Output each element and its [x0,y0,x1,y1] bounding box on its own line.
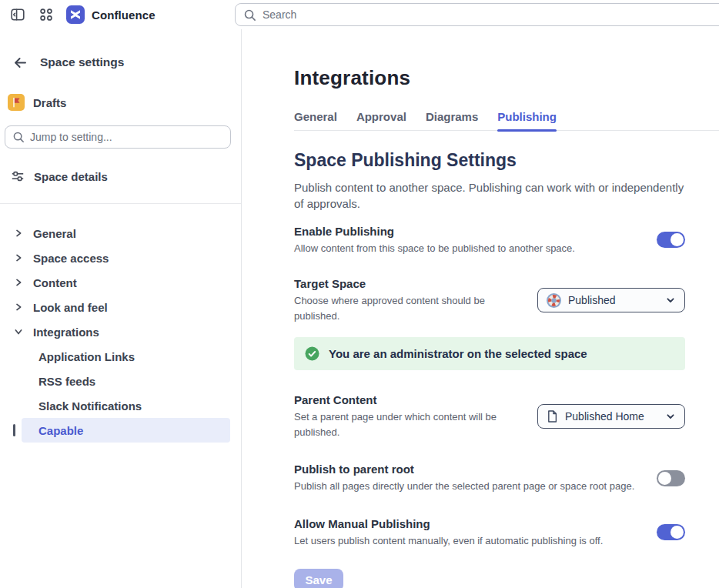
back-arrow-icon [13,55,28,70]
app-grid-icon [38,7,54,22]
page-icon [547,409,558,423]
enable-publishing-label: Enable Publishing [294,225,575,238]
chevron-right-icon [14,253,23,262]
sidebar-collapse-icon [10,7,25,22]
setting-row-parent-content: Parent Content Set a parent page under w… [294,393,685,439]
chevron-down-icon [14,327,23,336]
search-input[interactable] [263,8,719,21]
search-icon [12,131,25,143]
chevron-right-icon [14,278,23,287]
settings-nav: General Space access Content Look and fe… [0,221,241,443]
nav-label: Content [33,276,77,289]
section-intro: Publish content to another space. Publis… [294,179,685,212]
allow-manual-publishing-toggle[interactable] [657,524,685,540]
publish-to-parent-root-toggle[interactable] [657,470,685,486]
search-icon [243,8,256,22]
enable-publishing-toggle[interactable] [657,232,685,248]
sidebar-item-space-access[interactable]: Space access [0,246,241,270]
drafts-space-icon [8,94,25,111]
tab-diagrams[interactable]: Diagrams [426,110,478,130]
allow-manual-publishing-label: Allow Manual Publishing [294,517,603,530]
nav-label: Application Links [38,350,135,363]
space-identity[interactable]: Drafts [0,71,241,111]
target-space-label: Target Space [294,277,522,290]
chevron-right-icon [14,302,23,312]
lifebuoy-space-icon [547,293,561,308]
back-button[interactable] [12,54,28,71]
tab-approval[interactable]: Approval [356,110,406,130]
sidebar-collapse-button[interactable] [9,6,26,23]
sliders-icon [10,169,25,184]
target-space-description: Choose where approved content should be … [294,293,522,323]
space-settings-header: Space settings [0,29,241,71]
sidebar-item-general[interactable]: General [0,221,241,246]
space-details-label: Space details [34,170,108,183]
tab-publishing[interactable]: Publishing [497,110,557,130]
nav-label: Capable [38,424,83,437]
tab-general[interactable]: General [294,110,337,130]
sidebar-item-slack-notifications[interactable]: Slack Notifications [0,393,241,418]
parent-content-dropdown[interactable]: Published Home [537,404,685,429]
sidebar-item-content[interactable]: Content [0,270,241,295]
app-switcher-button[interactable] [38,6,55,23]
parent-content-label: Parent Content [294,393,522,406]
admin-success-banner: You are an administrator on the selected… [294,337,685,370]
nav-label: RSS feeds [38,375,95,388]
publish-to-parent-root-description: Publish all pages directly under the sel… [294,479,634,494]
page-title: Integrations [294,66,685,90]
setting-row-publish-to-parent-root: Publish to parent root Publish all pages… [294,463,685,494]
parent-content-description: Set a parent page under which content wi… [294,409,522,439]
sidebar-item-application-links[interactable]: Application Links [0,344,241,369]
jump-to-setting-search[interactable] [5,125,231,149]
setting-row-allow-manual-publishing: Allow Manual Publishing Let users publis… [294,517,685,549]
save-button[interactable]: Save [294,569,343,588]
admin-banner-text: You are an administrator on the selected… [329,347,587,360]
main-panel: Integrations General Approval Diagrams P… [242,29,719,588]
parent-content-value: Published Home [565,410,658,423]
confluence-logo[interactable] [66,5,85,24]
sidebar-item-look-and-feel[interactable]: Look and feel [0,295,241,319]
setting-row-target-space: Target Space Choose where approved conte… [294,277,685,323]
tabs-bar: General Approval Diagrams Publishing [294,110,719,131]
app-name: Confluence [92,8,156,22]
nav-label: Integrations [33,326,99,339]
check-circle-icon [305,346,319,361]
sidebar: Space settings Drafts Space details Gene… [0,29,242,588]
global-search[interactable] [235,3,719,26]
sidebar-item-integrations[interactable]: Integrations [0,319,241,344]
target-space-value: Published [568,294,658,306]
chevron-down-icon [665,295,676,306]
sidebar-item-capable[interactable]: Capable [22,418,230,443]
sidebar-item-space-details[interactable]: Space details [0,149,241,184]
allow-manual-publishing-description: Let users publish content manually, even… [294,533,603,549]
nav-label: Space access [33,252,109,265]
setting-row-enable-publishing: Enable Publishing Allow content from thi… [294,225,685,256]
target-space-dropdown[interactable]: Published [537,288,685,312]
sidebar-divider [0,203,241,204]
nav-label: General [33,227,76,240]
jump-to-setting-input[interactable] [30,131,223,143]
nav-label: Slack Notifications [38,399,142,413]
enable-publishing-description: Allow content from this space to be publ… [294,241,575,256]
space-settings-title: Space settings [40,55,124,69]
sidebar-item-rss-feeds[interactable]: RSS feeds [0,369,241,393]
top-bar: Confluence [0,0,719,29]
chevron-down-icon [665,411,676,422]
space-name: Drafts [33,96,66,109]
nav-label: Look and feel [33,301,108,314]
publish-to-parent-root-label: Publish to parent root [294,463,634,476]
chevron-right-icon [14,229,23,238]
section-heading: Space Publishing Settings [294,150,685,171]
